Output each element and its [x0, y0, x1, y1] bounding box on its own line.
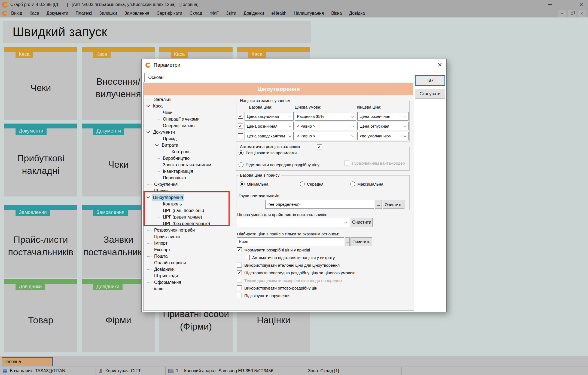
- option-checkbox[interactable]: [237, 247, 242, 252]
- menu-item[interactable]: Філії: [209, 11, 218, 16]
- tree-item-label: Розрахунок потреби: [153, 227, 196, 234]
- tree-item[interactable]: Довідники: [144, 266, 233, 273]
- mdi-restore-icon[interactable]: [568, 10, 576, 17]
- row-enabled-checkbox[interactable]: [238, 133, 243, 138]
- quick-launch-tile[interactable]: Каса Чеки: [4, 47, 77, 120]
- chevron-down-icon[interactable]: [147, 130, 150, 133]
- option-checkbox[interactable]: [237, 263, 242, 268]
- menu-item[interactable]: Документи: [47, 11, 68, 16]
- ok-button[interactable]: Так: [415, 75, 445, 86]
- menu-item[interactable]: Каса: [30, 11, 39, 16]
- tree-item[interactable]: Округлення: [144, 181, 233, 188]
- tree-item[interactable]: Контроль: [144, 149, 233, 155]
- tree-item[interactable]: Прайс-листи: [144, 233, 233, 240]
- menu-item[interactable]: Вихід: [11, 11, 22, 16]
- tree-item[interactable]: Загальні: [144, 96, 233, 103]
- tree-item[interactable]: Каса: [144, 103, 233, 109]
- tree-item-label: Заявка постачальникам: [162, 161, 212, 168]
- option-checkbox[interactable]: [237, 293, 242, 298]
- tree-item[interactable]: Розрахунок потреби: [144, 227, 233, 233]
- dialog-close-icon[interactable]: ×: [438, 60, 442, 69]
- tree-item[interactable]: Оформлення: [144, 279, 233, 286]
- chevron-down-icon[interactable]: [147, 103, 150, 107]
- price-condition-select[interactable]: < Равно >: [295, 122, 356, 130]
- tab-osnovni[interactable]: Основні: [144, 73, 168, 82]
- browse-button[interactable]: ...: [375, 200, 382, 209]
- final-price-select[interactable]: Цена отпускная: [357, 122, 409, 130]
- menu-item[interactable]: Платежі: [76, 11, 92, 16]
- final-price-select[interactable]: <по умолчанию>: [357, 132, 409, 140]
- row-enabled-checkbox[interactable]: [238, 114, 243, 119]
- option-checkbox[interactable]: [245, 255, 250, 260]
- tree-item[interactable]: Штрих-коди: [144, 273, 233, 279]
- option-checkbox[interactable]: [237, 285, 242, 290]
- chevron-down-icon[interactable]: [155, 143, 159, 146]
- radio-maximal[interactable]: [350, 182, 355, 186]
- suppliers-group-input[interactable]: <не определено>: [265, 200, 374, 209]
- tile-category-badge: Довідники: [16, 283, 45, 290]
- mdi-minimize-icon[interactable]: –: [558, 10, 566, 17]
- tree-item[interactable]: Онлайн сервіси: [144, 260, 233, 266]
- menu-bar: ВихідКасаДокументиПлатежіЗалишкиЗамовлен…: [0, 9, 588, 17]
- tree-item[interactable]: Чеки: [144, 109, 233, 116]
- tree-item[interactable]: Експорт: [144, 247, 233, 253]
- base-price-select[interactable]: Цена закупочная: [245, 112, 294, 121]
- tree-item[interactable]: Заявка постачальникам: [144, 162, 233, 168]
- menu-item[interactable]: Залишки: [99, 11, 117, 16]
- tree-item[interactable]: Документи: [144, 129, 233, 136]
- mdi-close-icon[interactable]: ×: [578, 10, 586, 17]
- menu-item[interactable]: Звіти: [226, 11, 236, 16]
- menu-item[interactable]: eHealth: [271, 11, 286, 16]
- option-checkbox[interactable]: [237, 278, 242, 283]
- price-condition-for-pricelists-select[interactable]: [237, 218, 349, 227]
- tree-item[interactable]: Прихід: [144, 136, 233, 142]
- row-enabled-checkbox[interactable]: [238, 124, 243, 128]
- radio-average[interactable]: [300, 182, 305, 186]
- tree-item[interactable]: Виробництво: [144, 155, 233, 162]
- menu-item[interactable]: Налаштування: [294, 11, 324, 16]
- tree-item[interactable]: Операції на касі: [144, 122, 233, 129]
- radio-minimal[interactable]: [240, 182, 245, 186]
- price-condition-select[interactable]: Расценка 35%: [295, 112, 356, 121]
- quick-launch-tile[interactable]: Замовлення Прайс-листи постачальників: [4, 205, 77, 278]
- tree-item[interactable]: Інвентаризація: [144, 168, 233, 175]
- close-icon[interactable]: ×: [579, 1, 583, 8]
- tree-item[interactable]: Витрата: [144, 142, 233, 149]
- tree-item[interactable]: Імпорт: [144, 240, 233, 247]
- menu-item[interactable]: Довідка: [349, 11, 365, 16]
- menu-item[interactable]: Вікна: [331, 11, 342, 16]
- app-logo-icon: [2, 2, 8, 8]
- browse-button[interactable]: ...: [345, 237, 350, 246]
- option-checkbox[interactable]: [237, 270, 242, 275]
- tab-holovna[interactable]: Головна: [2, 357, 53, 366]
- tree-item[interactable]: Операції з чеками: [144, 116, 233, 122]
- tree-item[interactable]: інше: [144, 286, 233, 292]
- base-price-select[interactable]: Цена заводская/там: [245, 132, 294, 140]
- quick-launch-tile[interactable]: Документи Прибуткові накладні: [4, 124, 77, 196]
- auto-reprice-checkbox[interactable]: [317, 145, 322, 149]
- tree-connector: [147, 230, 151, 230]
- chevron-down-icon: [351, 134, 354, 137]
- clear-button[interactable]: Очистить: [383, 200, 404, 209]
- menu-item[interactable]: Довідники: [243, 11, 264, 16]
- price-condition-select[interactable]: < Равно >: [295, 132, 356, 140]
- final-price-select[interactable]: Цена розничная: [357, 112, 409, 121]
- menu-item[interactable]: Склад: [190, 11, 202, 16]
- tree-item[interactable]: Пошта: [144, 253, 233, 260]
- region-input[interactable]: Киев: [237, 237, 344, 246]
- menu-item[interactable]: Сертифікати: [157, 11, 182, 16]
- quick-launch-tile[interactable]: Довідники Товар: [4, 279, 77, 352]
- tree-item[interactable]: Переоцінка: [144, 175, 233, 181]
- tile-category-badge: Замовлення: [16, 209, 50, 216]
- radio-previous-price[interactable]: [239, 162, 243, 167]
- restore-icon[interactable]: [564, 3, 567, 6]
- cancel-button[interactable]: Скасувати: [415, 89, 445, 99]
- base-price-select[interactable]: Цена розничная: [245, 122, 294, 130]
- mdi-window-controls: – ×: [558, 10, 586, 17]
- radio-by-rules[interactable]: [239, 150, 243, 155]
- clear-button[interactable]: Очистить: [351, 237, 372, 246]
- clear-button[interactable]: Очистити: [351, 218, 373, 227]
- minimize-icon[interactable]: [548, 4, 552, 5]
- menu-item[interactable]: Замовлення: [124, 11, 149, 16]
- dialog-title: Параметри: [154, 62, 180, 68]
